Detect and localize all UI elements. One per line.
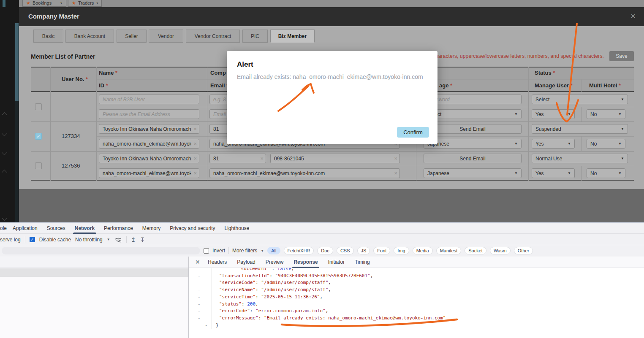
id-input[interactable]: naha_omoro-machi_ekimae@wm.toyoko-inn.co… [99,139,199,149]
tab-initiator[interactable]: Initiator [328,257,345,268]
filter-pill-media[interactable]: Media [413,247,433,254]
import-har-icon[interactable]: ↥ [131,236,136,243]
chevron-down-icon[interactable] [2,215,7,221]
filter-pill-fetch-xhr[interactable]: Fetch/XHR [284,247,314,254]
clear-icon[interactable]: × [193,155,197,162]
tab-performance[interactable]: Performance [104,223,133,234]
send-email-button[interactable]: Send Email [424,124,522,134]
language-select[interactable]: Select▼ [424,109,522,119]
tab-pic[interactable]: PIC [242,30,268,43]
close-detail-icon[interactable]: ✕ [195,259,200,265]
filter-pill-css[interactable]: CSS [337,247,354,254]
tab-application[interactable]: Application [13,223,38,234]
chevron-down-icon[interactable] [2,150,7,155]
response-body[interactable]: -"succeedYn" : false,-"transactionSetId"… [189,268,644,338]
request-row-selected[interactable] [0,268,188,277]
chevron-down-icon[interactable] [2,131,7,136]
id-input[interactable]: naha_omoro-machi_ekimae@wm.toyoko-inn.co… [99,168,199,178]
tab-headers[interactable]: Headers [208,257,227,268]
multi-hotel-select[interactable]: No▼ [587,109,625,119]
name-input[interactable]: Toyoko Inn Okinawa Naha Omoromach× [99,124,199,134]
filter-pill-img[interactable]: Img [394,247,409,254]
filter-pill-doc[interactable]: Doc [317,247,333,254]
row-checkbox[interactable]: ✓ [35,133,42,140]
save-button[interactable]: Save [609,51,634,61]
row-checkbox[interactable] [35,162,42,169]
tab-payload[interactable]: Payload [237,257,255,268]
id-input[interactable]: Please use the Email Address [99,109,199,119]
send-email-button[interactable]: Send Email [424,154,522,163]
preserve-log-label-fragment[interactable]: serve log [0,237,21,243]
filter-pill-js[interactable]: JS [357,247,370,254]
fold-marker-icon[interactable]: - [205,322,208,329]
language-select[interactable]: Japanese▼ [424,139,522,149]
confirm-button[interactable]: Confirm [397,127,429,138]
invert-checkbox[interactable] [204,248,209,254]
status-select[interactable]: Normal Use▼ [532,154,628,163]
network-conditions-icon[interactable] [114,237,122,243]
multi-hotel-select[interactable]: No▼ [587,139,625,149]
fold-marker-icon[interactable]: - [198,279,201,287]
fold-marker-icon[interactable]: - [198,301,201,308]
fold-marker-icon[interactable]: - [198,287,201,294]
disable-cache-checkbox[interactable]: ✓ [30,237,35,242]
filter-pill-socket[interactable]: Socket [465,247,486,254]
chevron-up-icon[interactable] [2,170,7,175]
throttling-select[interactable]: No throttling [75,237,103,243]
more-filters-button[interactable]: More filters [232,248,257,254]
export-har-icon[interactable]: ↧ [140,236,145,243]
filter-pill-other[interactable]: Other [514,247,533,254]
tab-vendor[interactable]: Vendor [149,30,183,43]
status-select[interactable]: Suspended▼ [532,124,628,134]
tab-memory[interactable]: Memory [142,223,160,234]
name-input[interactable]: Name of B2B User [99,95,199,104]
tab-vendor-contract[interactable]: Vendor Contract [186,30,240,43]
filter-pill-all[interactable]: All [267,247,280,254]
password-input[interactable]: Password [424,95,522,104]
status-select[interactable]: Select▼ [532,95,628,104]
clear-icon[interactable]: × [394,155,397,162]
tab-lighthouse[interactable]: Lighthouse [225,223,250,234]
workspace-tab-traders[interactable]: ★ Traders ∨ [68,0,102,7]
workspace-tab-hotel-bookings[interactable]: ★ Hotel Bookings ∨ [22,0,66,7]
filter-pill-manifest[interactable]: Manifest [436,247,462,254]
fold-marker-icon[interactable]: - [198,273,201,280]
tab-response[interactable]: Response [293,257,318,268]
clear-icon[interactable]: × [193,170,197,176]
tab-seller[interactable]: Seller [117,30,147,43]
manage-user-select[interactable]: Yes▼ [532,109,575,119]
clear-icon[interactable]: × [260,155,264,162]
fold-marker-icon[interactable]: - [198,294,201,301]
tab-console-fragment[interactable]: ole [0,223,7,234]
row-checkbox[interactable] [35,103,42,110]
tab-timing[interactable]: Timing [355,257,370,268]
comp-phone-code-input[interactable]: 81× [209,154,266,163]
email-input[interactable]: naha_omoro-machi_ekimae@wm.toyoko-inn.co… [209,168,400,178]
fold-marker-icon[interactable]: - [198,315,201,322]
fold-marker-icon[interactable]: - [198,268,201,273]
filter-input[interactable] [2,247,200,254]
tab-biz-member[interactable]: Biz Member [270,30,315,43]
clear-icon[interactable]: × [193,126,197,132]
name-input[interactable]: Toyoko Inn Okinawa Naha Omoromach× [99,154,199,163]
tab-sources[interactable]: Sources [47,223,65,234]
multi-hotel-select[interactable]: No▼ [587,168,625,178]
clear-icon[interactable]: × [193,141,197,147]
filter-pill-wasm[interactable]: Wasm [490,247,511,254]
fold-marker-icon[interactable]: - [198,308,201,315]
tab-basic[interactable]: Basic [33,30,63,43]
phone-input[interactable]: 098-8621045× [270,154,400,163]
manage-user-select[interactable]: Yes▼ [532,139,575,149]
close-icon[interactable]: × [630,11,636,21]
manage-user-select[interactable]: Yes▼ [532,168,575,178]
filter-pill-font[interactable]: Font [373,247,390,254]
tab-preview[interactable]: Preview [266,257,284,268]
chevron-up-icon[interactable] [2,112,7,118]
tab-bank-account[interactable]: Bank Account [65,30,114,43]
tab-privacy-and-security[interactable]: Privacy and security [170,223,215,234]
col-header-user-no: User No. * [62,76,88,82]
language-select[interactable]: Japanese▼ [424,168,522,178]
divider [126,236,127,243]
clear-icon[interactable]: × [394,170,397,176]
tab-network[interactable]: Network [75,223,95,234]
